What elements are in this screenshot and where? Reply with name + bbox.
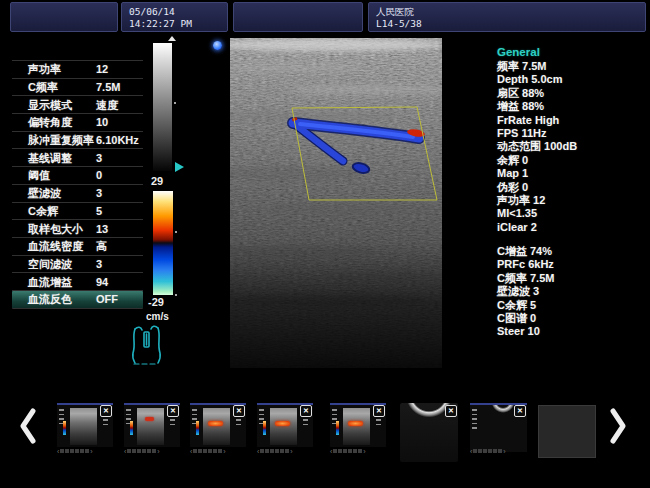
parameter-row[interactable]: 血流反色OFF bbox=[12, 291, 143, 309]
thumb-text-speck bbox=[59, 414, 64, 416]
parameter-value: 94 bbox=[96, 276, 108, 288]
thumbnail-close-button[interactable]: ✕ bbox=[445, 405, 457, 417]
parameter-value: 3 bbox=[96, 152, 102, 164]
parameter-row[interactable]: 空间滤波3 bbox=[12, 256, 143, 274]
parameter-label: 基线调整 bbox=[28, 150, 72, 165]
caption-square bbox=[203, 449, 207, 453]
thumbnail[interactable]: ✕ bbox=[400, 403, 458, 462]
parameter-value: 3 bbox=[96, 187, 102, 199]
thumb-doppler-blob bbox=[275, 421, 290, 426]
thumb-text-speck bbox=[376, 419, 381, 421]
ultrasound-system-screen: 05/06/14 14:22:27 PM 人民医院 L14-5/38 声功率12… bbox=[0, 0, 650, 488]
caption-square bbox=[493, 449, 497, 453]
b-mode-readout: FPS 11Hz bbox=[497, 127, 577, 140]
thumb-text-speck bbox=[236, 424, 241, 426]
parameter-label: 声功率 bbox=[28, 62, 61, 77]
caption-square bbox=[358, 449, 362, 453]
thumbnail-close-button[interactable]: ✕ bbox=[233, 405, 245, 417]
caption-prev-icon: ‹ bbox=[190, 449, 192, 454]
parameter-label: 脉冲重复频率 bbox=[28, 133, 94, 148]
parameter-value: 6.10KHz bbox=[96, 134, 139, 146]
time-text: 14:22:27 PM bbox=[129, 18, 192, 29]
caption-square bbox=[142, 449, 146, 453]
caption-square bbox=[348, 449, 352, 453]
thumbnail[interactable]: ✕ bbox=[57, 403, 113, 447]
thumbnails-next-button[interactable] bbox=[608, 408, 628, 444]
color-mode-readout: 壁滤波 3 bbox=[497, 285, 554, 298]
parameter-row[interactable]: 阈值0 bbox=[12, 167, 143, 185]
probe-model: L14-5/38 bbox=[376, 18, 422, 29]
thumbnail-close-button[interactable]: ✕ bbox=[373, 405, 385, 417]
thumbnail-caption: ‹› bbox=[470, 448, 506, 454]
caption-square bbox=[488, 449, 492, 453]
thumb-colorbar bbox=[336, 421, 339, 435]
thumbnail[interactable]: ✕ bbox=[124, 403, 180, 447]
parameter-row[interactable]: 显示模式速度 bbox=[12, 96, 143, 114]
thumb-text-speck bbox=[259, 414, 264, 416]
body-marker-icon bbox=[127, 322, 167, 370]
parameter-row[interactable]: 声功率12 bbox=[12, 61, 143, 79]
thumbnail-close-button[interactable]: ✕ bbox=[300, 405, 312, 417]
b-mode-readout: 伪彩 0 bbox=[497, 181, 577, 194]
thumb-text-speck bbox=[170, 419, 175, 421]
caption-square bbox=[260, 449, 264, 453]
caption-prev-icon: ‹ bbox=[124, 449, 126, 454]
caption-square bbox=[65, 449, 69, 453]
color-mode-readout: C增益 74% bbox=[497, 245, 554, 258]
thumbnail[interactable]: ✕ bbox=[470, 403, 527, 452]
caption-square bbox=[147, 449, 151, 453]
thumb-text-speck bbox=[126, 414, 131, 416]
color-bar-tick bbox=[175, 294, 177, 296]
thumbnail-strip: ✕‹›✕‹›✕‹›✕‹›✕‹›✕✕‹› bbox=[0, 403, 650, 463]
parameter-row[interactable]: 壁滤波3 bbox=[12, 185, 143, 203]
thumb-text-speck bbox=[472, 427, 477, 429]
caption-square bbox=[218, 449, 222, 453]
caption-next-icon: › bbox=[290, 449, 292, 454]
thumb-text-speck bbox=[332, 418, 337, 420]
parameter-row[interactable]: 取样包大小13 bbox=[12, 220, 143, 238]
thumbnail[interactable]: ✕ bbox=[330, 403, 386, 447]
b-mode-readout: 增益 88% bbox=[497, 100, 577, 113]
color-mode-readout: Steer 10 bbox=[497, 325, 554, 338]
velocity-unit-label: cm/s bbox=[146, 311, 169, 322]
thumb-text-speck bbox=[126, 409, 131, 411]
thumb-text-speck bbox=[303, 419, 308, 421]
status-indicator-dot bbox=[213, 41, 222, 50]
color-doppler-bar bbox=[153, 191, 173, 295]
parameter-row[interactable]: C余辉5 bbox=[12, 203, 143, 221]
focus-marker-icon[interactable] bbox=[175, 162, 184, 172]
thumbnail-caption: ‹› bbox=[330, 448, 366, 454]
patient-info-box bbox=[10, 2, 118, 32]
parameter-row[interactable]: 基线调整3 bbox=[12, 149, 143, 167]
caption-square bbox=[353, 449, 357, 453]
thumbnail-close-button[interactable]: ✕ bbox=[514, 405, 526, 417]
parameter-value: 7.5M bbox=[96, 81, 120, 93]
thumb-text-speck bbox=[472, 418, 477, 420]
caption-square bbox=[333, 449, 337, 453]
parameter-row[interactable]: 偏转角度10 bbox=[12, 114, 143, 132]
thumbnail-close-button[interactable]: ✕ bbox=[167, 405, 179, 417]
parameter-label: 血流增益 bbox=[28, 274, 72, 289]
parameter-value: 0 bbox=[96, 169, 102, 181]
parameter-row[interactable]: 血流增益94 bbox=[12, 273, 143, 291]
parameter-label: 显示模式 bbox=[28, 97, 72, 112]
parameter-row[interactable]: 脉冲重复频率6.10KHz bbox=[12, 132, 143, 150]
parameter-label: C频率 bbox=[28, 80, 58, 95]
thumbnail[interactable]: ✕ bbox=[190, 403, 246, 447]
thumbnail-close-button[interactable]: ✕ bbox=[100, 405, 112, 417]
exam-info-box bbox=[233, 2, 363, 32]
ultrasound-image-area[interactable] bbox=[230, 38, 446, 368]
caption-square bbox=[137, 449, 141, 453]
caption-square bbox=[80, 449, 84, 453]
thumb-image bbox=[137, 408, 164, 445]
thumbnail[interactable] bbox=[538, 405, 596, 458]
caption-prev-icon: ‹ bbox=[470, 449, 472, 454]
caption-square bbox=[483, 449, 487, 453]
caption-prev-icon: ‹ bbox=[257, 449, 259, 454]
thumb-image bbox=[270, 408, 297, 445]
parameter-row[interactable]: 血流线密度高 bbox=[12, 238, 143, 256]
color-mode-readout: C频率 7.5M bbox=[497, 272, 554, 285]
parameter-row[interactable]: C频率7.5M bbox=[12, 79, 143, 97]
thumbnail[interactable]: ✕ bbox=[257, 403, 313, 447]
b-mode-readout: 声功率 12 bbox=[497, 194, 577, 207]
